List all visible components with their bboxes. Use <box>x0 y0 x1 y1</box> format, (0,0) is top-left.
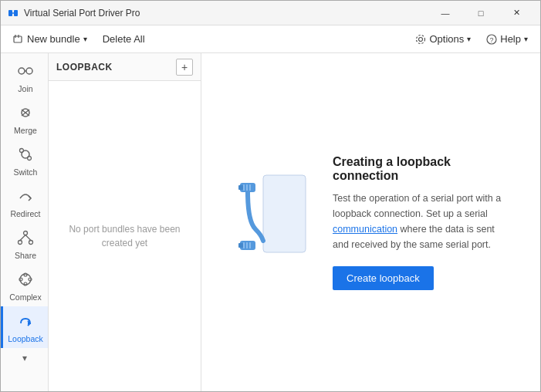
help-button[interactable]: ? Help ▾ <box>480 30 534 48</box>
gear-icon <box>415 34 426 45</box>
delete-all-button[interactable]: Delete All <box>96 30 151 48</box>
titlebar: Virtual Serial Port Driver Pro — □ ✕ <box>1 1 540 25</box>
svg-rect-1 <box>14 10 18 16</box>
join-icon <box>17 63 34 82</box>
sidebar-item-merge[interactable]: Merge <box>1 98 48 140</box>
panel-title: LOOPBACK <box>56 62 113 73</box>
svg-rect-35 <box>246 184 248 191</box>
sidebar: Join Merge <box>1 53 49 391</box>
share-label: Share <box>15 251 36 260</box>
right-panel: Creating a loopback connection Test the … <box>201 53 540 391</box>
sidebar-item-join[interactable]: Join <box>1 56 48 98</box>
empty-state: No port bundles have been created yet <box>49 81 201 391</box>
toolbar: New bundle ▾ Delete All Options ▾ ? Hel <box>1 25 540 53</box>
svg-point-6 <box>419 37 423 41</box>
sidebar-item-switch[interactable]: Switch <box>1 140 48 181</box>
help-icon: ? <box>486 34 497 45</box>
maximize-button[interactable]: □ <box>463 1 499 25</box>
switch-label: Switch <box>14 167 38 177</box>
new-bundle-button[interactable]: New bundle ▾ <box>7 30 93 48</box>
svg-rect-33 <box>238 243 243 248</box>
minimize-button[interactable]: — <box>428 1 463 25</box>
join-label: Join <box>18 84 32 93</box>
loopback-illustration <box>232 167 309 278</box>
window-controls: — □ ✕ <box>428 1 534 25</box>
loopback-icon <box>17 313 34 332</box>
right-panel-text: Creating a loopback connection Test the … <box>333 155 509 290</box>
right-content: Creating a loopback connection Test the … <box>232 155 509 290</box>
close-button[interactable]: ✕ <box>499 1 534 25</box>
redirect-label: Redirect <box>10 209 40 218</box>
sidebar-item-loopback[interactable]: Loopback <box>1 306 48 348</box>
merge-label: Merge <box>14 126 37 135</box>
toolbar-right: Options ▾ ? Help ▾ <box>409 30 534 48</box>
app-window: Virtual Serial Port Driver Pro — □ ✕ New… <box>0 0 541 392</box>
svg-point-18 <box>28 157 32 161</box>
complex-label: Complex <box>9 292 41 302</box>
svg-point-19 <box>24 231 28 235</box>
svg-text:?: ? <box>490 36 494 44</box>
add-bundle-button[interactable]: + <box>176 59 193 76</box>
right-heading: Creating a loopback connection <box>333 155 509 183</box>
svg-point-7 <box>417 35 425 43</box>
sidebar-item-complex[interactable]: Complex <box>1 265 48 306</box>
options-button[interactable]: Options ▾ <box>409 30 477 48</box>
app-icon <box>7 7 19 19</box>
middle-panel: LOOPBACK + No port bundles have been cre… <box>49 53 201 391</box>
svg-line-22 <box>20 235 25 241</box>
redirect-icon <box>17 188 34 207</box>
share-icon <box>17 229 34 248</box>
svg-rect-38 <box>246 242 248 248</box>
svg-rect-39 <box>249 242 251 248</box>
switch-icon <box>17 146 34 165</box>
svg-rect-31 <box>238 185 243 190</box>
svg-point-26 <box>29 278 32 281</box>
new-bundle-icon <box>13 34 24 45</box>
right-description: Test the operation of a serial port with… <box>333 191 509 252</box>
panel-header: LOOPBACK + <box>49 53 201 81</box>
sidebar-item-share[interactable]: Share <box>1 223 48 265</box>
chevron-down-icon: ▾ <box>22 353 27 363</box>
loopback-label: Loopback <box>8 334 43 343</box>
sidebar-item-redirect[interactable]: Redirect <box>1 181 48 223</box>
svg-point-24 <box>20 274 31 285</box>
svg-point-20 <box>19 241 22 245</box>
create-loopback-button[interactable]: Create loopback <box>333 266 434 290</box>
highlight-text: communication <box>333 224 397 235</box>
sidebar-scroll-down[interactable]: ▾ <box>1 348 48 368</box>
svg-rect-34 <box>243 184 245 191</box>
window-title: Virtual Serial Port Driver Pro <box>24 8 428 19</box>
svg-rect-29 <box>263 175 306 252</box>
svg-rect-36 <box>249 184 251 191</box>
svg-point-11 <box>26 68 32 74</box>
svg-rect-0 <box>8 10 12 16</box>
complex-icon <box>17 271 34 290</box>
svg-point-17 <box>20 149 24 153</box>
main-content: Join Merge <box>1 53 540 391</box>
merge-icon <box>17 104 34 123</box>
svg-point-10 <box>19 68 25 74</box>
svg-point-21 <box>29 241 33 245</box>
svg-rect-37 <box>243 242 245 248</box>
svg-line-23 <box>25 235 31 241</box>
